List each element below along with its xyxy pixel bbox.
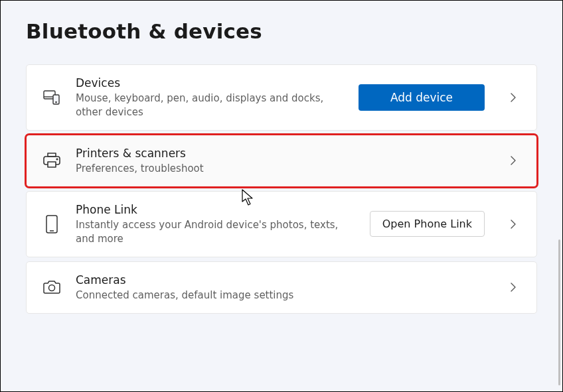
- chevron-right-icon: [503, 219, 523, 229]
- svg-point-6: [56, 159, 58, 161]
- card-title: Printers & scanners: [76, 146, 485, 161]
- open-phone-link-button[interactable]: Open Phone Link: [370, 211, 485, 237]
- card-body: Cameras Connected cameras, default image…: [76, 273, 485, 302]
- card-title: Cameras: [76, 273, 485, 288]
- card-subtitle: Preferences, troubleshoot: [76, 162, 485, 176]
- card-title: Phone Link: [76, 202, 355, 218]
- chevron-right-icon: [503, 155, 523, 166]
- settings-item-devices[interactable]: Devices Mouse, keyboard, pen, audio, dis…: [26, 64, 537, 131]
- svg-point-3: [56, 101, 56, 102]
- settings-item-printers-scanners[interactable]: Printers & scanners Preferences, trouble…: [26, 135, 537, 187]
- svg-rect-7: [46, 216, 57, 233]
- settings-item-cameras[interactable]: Cameras Connected cameras, default image…: [26, 261, 537, 314]
- card-body: Printers & scanners Preferences, trouble…: [76, 146, 485, 176]
- card-body: Phone Link Instantly access your Android…: [76, 202, 355, 246]
- svg-rect-5: [48, 162, 56, 167]
- page-title: Bluetooth & devices: [26, 19, 537, 43]
- scrollbar[interactable]: [558, 239, 560, 385]
- card-title: Devices: [76, 76, 344, 91]
- card-subtitle: Connected cameras, default image setting…: [76, 289, 485, 302]
- printer-icon: [42, 151, 61, 170]
- devices-icon: [42, 88, 61, 107]
- card-subtitle: Mouse, keyboard, pen, audio, displays an…: [76, 92, 344, 119]
- chevron-right-icon: [503, 92, 523, 103]
- chevron-right-icon: [503, 282, 523, 293]
- card-body: Devices Mouse, keyboard, pen, audio, dis…: [76, 76, 344, 119]
- camera-icon: [42, 278, 61, 296]
- add-device-button[interactable]: Add device: [359, 84, 485, 111]
- card-subtitle: Instantly access your Android device's p…: [76, 218, 355, 246]
- svg-point-9: [49, 285, 55, 291]
- phone-icon: [42, 215, 61, 233]
- settings-item-phone-link[interactable]: Phone Link Instantly access your Android…: [26, 191, 537, 257]
